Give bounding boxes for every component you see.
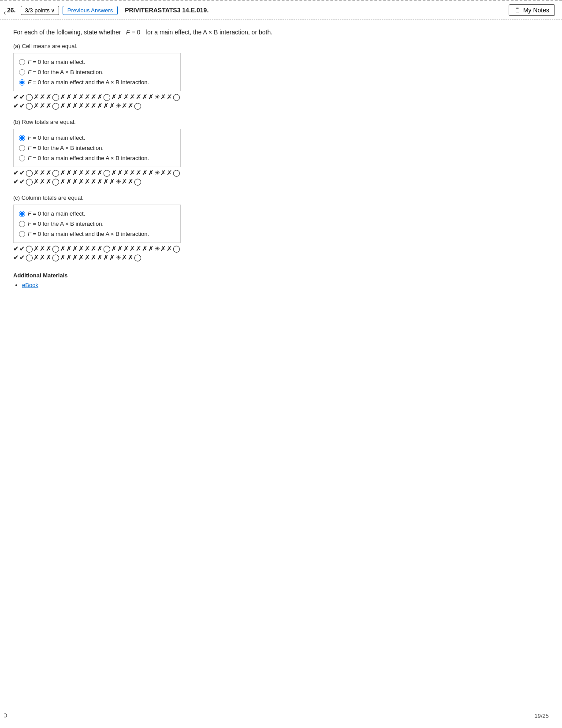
answer-feedback-c: ✔✔◯✗✗✗◯✗✗✗✗✗✗✗◯✗✗✗✗✗✗✗☀✗✗◯ ✔✔◯✗✗✗◯✗✗✗✗✗✗… [13, 245, 549, 261]
ebook-link[interactable]: eBook [22, 282, 38, 288]
notes-icon: 🗒 [514, 7, 521, 14]
radio-option-b3[interactable]: F = 0 for a main effect and the A × B in… [19, 153, 175, 163]
sub-label-c: (c) Column totals are equal. [13, 194, 549, 201]
radio-option-c2[interactable]: F = 0 for the A × B interaction. [19, 219, 175, 229]
radio-label-c2: F = 0 for the A × B interaction. [28, 220, 104, 227]
page-indicator: 19/25 [534, 713, 549, 719]
radio-label-a2: F = 0 for the A × B interaction. [28, 69, 104, 75]
radio-option-b1[interactable]: F = 0 for a main effect. [19, 133, 175, 143]
radio-group-c: F = 0 for a main effect. F = 0 for the A… [13, 205, 181, 243]
radio-a3[interactable] [19, 79, 25, 86]
problem-id: PRIVITERASTATS3 14.E.019. [125, 7, 208, 14]
content-area: For each of the following, state whether… [0, 20, 562, 297]
points-label: 3/3 points [25, 7, 49, 14]
sub-label-a: (a) Cell means are equal. [13, 43, 549, 49]
radio-b2[interactable] [19, 145, 25, 151]
radio-option-c1[interactable]: F = 0 for a main effect. [19, 209, 175, 219]
my-notes-button[interactable]: 🗒 My Notes [509, 4, 555, 16]
radio-group-a: F = 0 for a main effect. F = 0 for the A… [13, 53, 181, 91]
radio-b3[interactable] [19, 155, 25, 161]
question-intro: For each of the following, state whether… [13, 29, 549, 36]
radio-label-a1: F = 0 for a main effect. [28, 59, 85, 65]
radio-label-b2: F = 0 for the A × B interaction. [28, 145, 104, 151]
radio-option-a1[interactable]: F = 0 for a main effect. [19, 57, 175, 67]
feedback-row-a1: ✔✔◯✗✗✗◯✗✗✗✗✗✗✗◯✗✗✗✗✗✗✗☀✗✗◯ [13, 93, 549, 101]
radio-label-b3: F = 0 for a main effect and the A × B in… [28, 155, 149, 161]
answer-feedback-a: ✔✔◯✗✗✗◯✗✗✗✗✗✗✗◯✗✗✗✗✗✗✗☀✗✗◯ ✔✔◯✗✗✗◯✗✗✗✗✗✗… [13, 93, 549, 110]
feedback-row-c2: ✔✔◯✗✗✗◯✗✗✗✗✗✗✗✗✗☀✗✗◯ [13, 254, 549, 261]
radio-c1[interactable] [19, 211, 25, 217]
radio-c3[interactable] [19, 231, 25, 237]
radio-b1[interactable] [19, 135, 25, 141]
feedback-row-c1: ✔✔◯✗✗✗◯✗✗✗✗✗✗✗◯✗✗✗✗✗✗✗☀✗✗◯ [13, 245, 549, 253]
sub-label-b: (b) Row totals are equal. [13, 119, 549, 125]
radio-label-a3: F = 0 for a main effect and the A × B in… [28, 79, 149, 86]
additional-materials-title: Additional Materials [13, 272, 549, 279]
question-header: 26. 3/3 points ∨ Previous Answers PRIVIT… [0, 1, 562, 20]
radio-option-a2[interactable]: F = 0 for the A × B interaction. [19, 67, 175, 77]
radio-option-b2[interactable]: F = 0 for the A × B interaction. [19, 143, 175, 153]
additional-materials: Additional Materials eBook [13, 272, 549, 288]
sub-question-b: (b) Row totals are equal. F = 0 for a ma… [13, 119, 549, 186]
radio-c2[interactable] [19, 221, 25, 227]
previous-answers-button[interactable]: Previous Answers [63, 6, 118, 15]
radio-a1[interactable] [19, 59, 25, 65]
radio-label-b1: F = 0 for a main effect. [28, 134, 85, 141]
feedback-row-a2: ✔✔◯✗✗✗◯✗✗✗✗✗✗✗✗✗☀✗✗◯ [13, 102, 549, 110]
radio-label-c3: F = 0 for a main effect and the A × B in… [28, 231, 149, 237]
additional-materials-item: eBook [22, 281, 549, 288]
radio-a2[interactable] [19, 69, 25, 75]
sub-question-c: (c) Column totals are equal. F = 0 for a… [13, 194, 549, 261]
answer-feedback-b: ✔✔◯✗✗✗◯✗✗✗✗✗✗✗◯✗✗✗✗✗✗✗☀✗✗◯ ✔✔◯✗✗✗◯✗✗✗✗✗✗… [13, 169, 549, 186]
chevron-down-icon: ∨ [51, 7, 55, 14]
my-notes-label: My Notes [523, 7, 549, 14]
radio-group-b: F = 0 for a main effect. F = 0 for the A… [13, 129, 181, 167]
sidebar-collapse-icon[interactable]: ‹ [4, 9, 6, 17]
feedback-row-b1: ✔✔◯✗✗✗◯✗✗✗✗✗✗✗◯✗✗✗✗✗✗✗☀✗✗◯ [13, 169, 549, 177]
radio-label-c1: F = 0 for a main effect. [28, 210, 85, 217]
question-number: 26. [7, 7, 15, 14]
radio-option-a3[interactable]: F = 0 for a main effect and the A × B in… [19, 77, 175, 87]
feedback-row-b2: ✔✔◯✗✗✗◯✗✗✗✗✗✗✗✗✗☀✗✗◯ [13, 178, 549, 186]
sub-question-a: (a) Cell means are equal. F = 0 for a ma… [13, 43, 549, 110]
radio-option-c3[interactable]: F = 0 for a main effect and the A × B in… [19, 229, 175, 239]
points-badge[interactable]: 3/3 points ∨ [21, 6, 59, 15]
bottom-arrow-icon[interactable]: ↄ [4, 711, 7, 719]
